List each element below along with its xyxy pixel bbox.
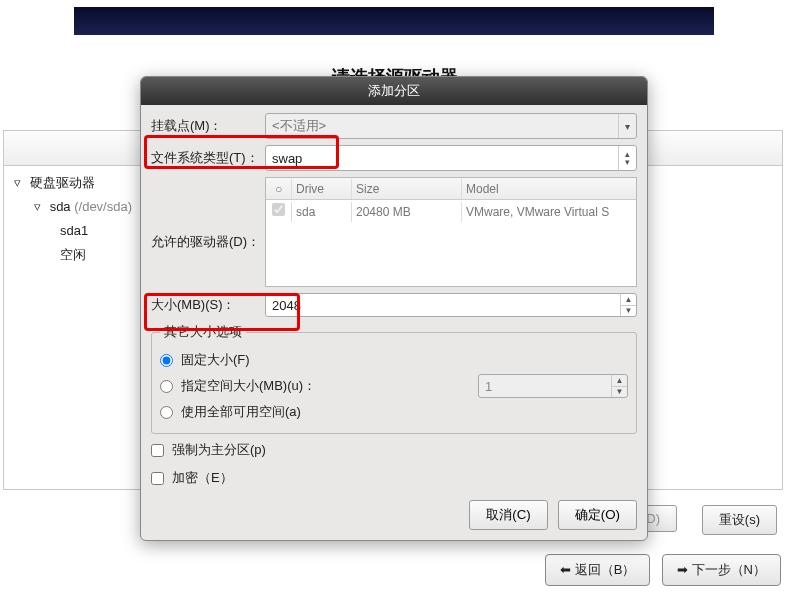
size-mb-spinner[interactable]: 2048 ▲▼ — [265, 293, 637, 317]
tree-disk-sda[interactable]: ▿ sda (/dev/sda) — [14, 195, 132, 219]
col-drive: Drive — [292, 179, 352, 199]
updown-icon: ▴▾ — [618, 146, 636, 170]
arrow-left-icon: ⬅ — [560, 562, 571, 577]
chevron-down-icon: ▾ — [618, 114, 636, 138]
allowed-drives-label: 允许的驱动器(D)： — [151, 177, 265, 251]
ok-button[interactable]: 确定(O) — [558, 500, 637, 530]
tree-hard-drives[interactable]: ▿ 硬盘驱动器 — [14, 171, 132, 195]
device-tree: ▿ 硬盘驱动器 ▿ sda (/dev/sda) sda1 空闲 — [14, 171, 132, 267]
radio-upto-label: 指定空间大小(MB)(u)： — [181, 377, 316, 395]
size-options-legend: 其它大小选项 — [160, 323, 246, 341]
table-row[interactable]: sda 20480 MB VMware, VMware Virtual S — [266, 200, 636, 224]
force-primary-checkbox[interactable] — [151, 444, 164, 457]
spinner-buttons[interactable]: ▲▼ — [620, 294, 636, 316]
chevron-down-icon: ▿ — [14, 171, 26, 195]
force-primary-label: 强制为主分区(p) — [172, 441, 266, 459]
encrypt-checkbox[interactable] — [151, 472, 164, 485]
installer-step-bar — [74, 7, 714, 35]
tree-free-space[interactable]: 空闲 — [14, 243, 132, 267]
additional-size-options: 其它大小选项 固定大小(F) 指定空间大小(MB)(u)： 1 ▲▼ 使用全部可… — [151, 323, 637, 434]
fill-upto-spinner: 1 ▲▼ — [478, 374, 628, 398]
reset-button[interactable]: 重设(s) — [702, 505, 777, 535]
mount-point-combo: <不适用> ▾ — [265, 113, 637, 139]
tree-partition-sda1[interactable]: sda1 — [14, 219, 132, 243]
radio-fill-upto[interactable] — [160, 380, 173, 393]
cancel-button[interactable]: 取消(C) — [469, 500, 548, 530]
allowed-drives-table[interactable]: ○ Drive Size Model sda 20480 MB VMware, … — [265, 177, 637, 287]
size-mb-label: 大小(MB)(S)： — [151, 296, 265, 314]
spinner-buttons: ▲▼ — [611, 375, 627, 397]
add-partition-dialog: 添加分区 挂载点(M)： <不适用> ▾ 文件系统类型(T)： swap ▴▾ … — [140, 76, 648, 541]
radio-all-label: 使用全部可用空间(a) — [181, 403, 301, 421]
fs-type-combo[interactable]: swap ▴▾ — [265, 145, 637, 171]
encrypt-label: 加密（E） — [172, 469, 233, 487]
mount-point-label: 挂载点(M)： — [151, 117, 265, 135]
chevron-down-icon: ▿ — [34, 195, 46, 219]
drive-table-header: ○ Drive Size Model — [266, 178, 636, 200]
radio-all-space[interactable] — [160, 406, 173, 419]
fs-type-label: 文件系统类型(T)： — [151, 149, 265, 167]
next-button[interactable]: ➡ 下一步（N） — [662, 554, 781, 586]
nav-buttons: ⬅ 返回（B） ➡ 下一步（N） — [537, 554, 781, 586]
radio-fixed-size[interactable] — [160, 354, 173, 367]
arrow-right-icon: ➡ — [677, 562, 688, 577]
radio-fixed-label: 固定大小(F) — [181, 351, 250, 369]
drive-checkbox — [272, 203, 285, 216]
select-all-icon[interactable]: ○ — [266, 179, 292, 199]
back-button[interactable]: ⬅ 返回（B） — [545, 554, 650, 586]
dialog-title: 添加分区 — [141, 77, 647, 105]
col-model: Model — [462, 179, 636, 199]
col-size: Size — [352, 179, 462, 199]
